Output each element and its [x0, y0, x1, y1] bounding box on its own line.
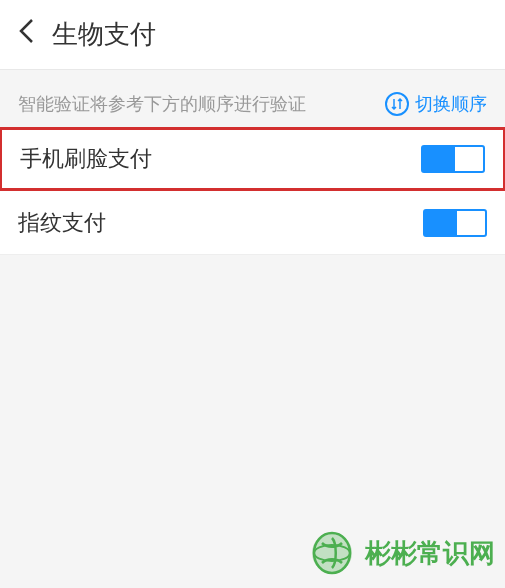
toggle-knob: [425, 211, 457, 235]
header: 生物支付: [0, 0, 505, 70]
toggle-face-pay[interactable]: [421, 145, 485, 173]
watermark: 彬彬常识网: [307, 528, 495, 578]
page-title: 生物支付: [52, 17, 156, 52]
setting-label: 手机刷脸支付: [20, 144, 152, 174]
swap-icon: [385, 92, 409, 116]
setting-row-face-pay[interactable]: 手机刷脸支付: [0, 127, 505, 191]
setting-row-fingerprint[interactable]: 指纹支付: [0, 191, 505, 255]
info-row: 智能验证将参考下方的顺序进行验证 切换顺序: [0, 70, 505, 128]
switch-order-label: 切换顺序: [415, 92, 487, 116]
globe-icon: [307, 528, 357, 578]
watermark-text: 彬彬常识网: [365, 536, 495, 571]
back-icon[interactable]: [18, 18, 34, 51]
toggle-knob: [423, 147, 455, 171]
switch-order-button[interactable]: 切换顺序: [385, 92, 487, 116]
toggle-fingerprint[interactable]: [423, 209, 487, 237]
info-description: 智能验证将参考下方的顺序进行验证: [18, 92, 306, 116]
setting-label: 指纹支付: [18, 208, 106, 238]
